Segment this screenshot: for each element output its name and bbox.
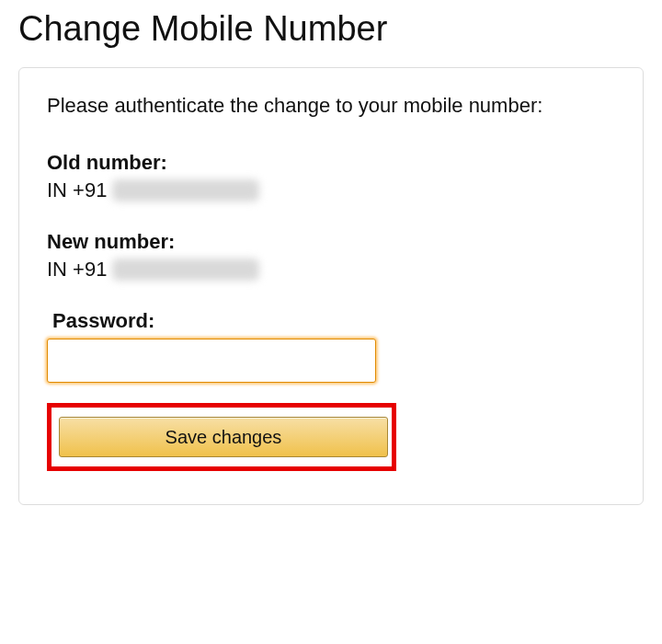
old-number-prefix: IN +91 bbox=[47, 178, 107, 202]
old-number-value: IN +91 bbox=[47, 178, 615, 202]
new-number-value: IN +91 bbox=[47, 258, 615, 282]
new-number-redacted bbox=[112, 259, 259, 281]
page-title: Change Mobile Number bbox=[18, 0, 644, 67]
old-number-label: Old number: bbox=[47, 151, 615, 175]
save-changes-button[interactable]: Save changes bbox=[59, 417, 388, 457]
auth-card: Please authenticate the change to your m… bbox=[18, 67, 644, 505]
new-number-label: New number: bbox=[47, 230, 615, 254]
old-number-block: Old number: IN +91 bbox=[47, 151, 615, 202]
password-input[interactable] bbox=[47, 339, 376, 383]
password-label: Password: bbox=[52, 309, 615, 333]
new-number-block: New number: IN +91 bbox=[47, 230, 615, 282]
new-number-prefix: IN +91 bbox=[47, 258, 107, 282]
save-button-highlight: Save changes bbox=[47, 403, 396, 471]
instructions-text: Please authenticate the change to your m… bbox=[47, 94, 615, 118]
old-number-redacted bbox=[112, 179, 259, 201]
